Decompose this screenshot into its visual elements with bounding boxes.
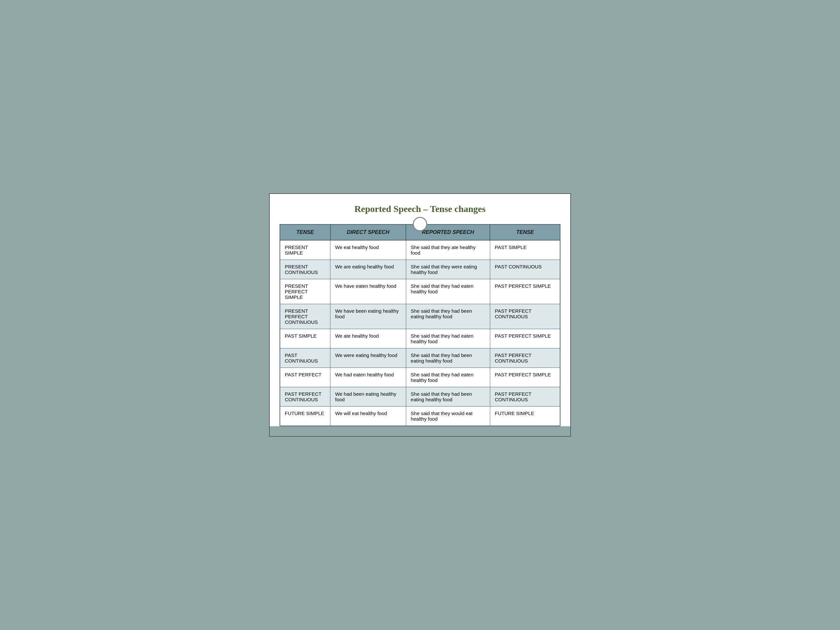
cell-tense2: FUTURE SIMPLE [490, 407, 560, 426]
table-row: PAST SIMPLEWe ate healthy foodShe said t… [280, 329, 560, 349]
cell-tense: PRESENT CONTINUOUS [280, 260, 330, 279]
cell-direct: We have eaten healthy food [330, 279, 406, 304]
table-row: PAST PERFECT CONTINUOUSWe had been eatin… [280, 387, 560, 407]
cell-direct: We were eating healthy food [330, 349, 406, 368]
cell-tense2: PAST PERFECT SIMPLE [490, 279, 560, 304]
cell-tense2: PAST PERFECT SIMPLE [490, 368, 560, 387]
cell-direct: We had been eating healthy food [330, 387, 406, 407]
cell-direct: We had eaten healthy food [330, 368, 406, 387]
cell-reported: She said that they were eating healthy f… [406, 260, 490, 279]
table-row: PAST CONTINUOUSWe were eating healthy fo… [280, 349, 560, 368]
cell-tense: PAST SIMPLE [280, 329, 330, 349]
cell-direct: We ate healthy food [330, 329, 406, 349]
cell-reported: She said that they had eaten healthy foo… [406, 329, 490, 349]
speech-bubble-decoration [413, 217, 427, 231]
cell-reported: She said that they ate healthy food [406, 240, 490, 260]
cell-tense: PAST PERFECT [280, 368, 330, 387]
header-tense: TENSE [280, 224, 330, 240]
slide: Reported Speech – Tense changes TENSE DI… [269, 193, 571, 437]
cell-tense: PAST PERFECT CONTINUOUS [280, 387, 330, 407]
table-row: PRESENT CONTINUOUSWe are eating healthy … [280, 260, 560, 279]
cell-reported: She said that they had eaten healthy foo… [406, 368, 490, 387]
cell-tense2: PAST PERFECT CONTINUOUS [490, 349, 560, 368]
cell-tense2: PAST CONTINUOUS [490, 260, 560, 279]
cell-tense2: PAST PERFECT SIMPLE [490, 329, 560, 349]
table-row: PRESENT SIMPLEWe eat healthy foodShe sai… [280, 240, 560, 260]
cell-reported: She said that they had been eating healt… [406, 304, 490, 329]
cell-tense2: PAST SIMPLE [490, 240, 560, 260]
table-row: PRESENT PERFECT SIMPLEWe have eaten heal… [280, 279, 560, 304]
cell-tense2: PAST PERFECT CONTINUOUS [490, 304, 560, 329]
header-direct: DIRECT SPEECH [330, 224, 406, 240]
cell-reported: She said that they would eat healthy foo… [406, 407, 490, 426]
cell-direct: We have been eating healthy food [330, 304, 406, 329]
cell-tense: FUTURE SIMPLE [280, 407, 330, 426]
tense-table: TENSE DIRECT SPEECH REPORTED SPEECH TENS… [279, 224, 561, 426]
table-wrapper: TENSE DIRECT SPEECH REPORTED SPEECH TENS… [279, 224, 561, 426]
cell-tense: PRESENT PERFECT SIMPLE [280, 279, 330, 304]
cell-reported: She said that they had eaten healthy foo… [406, 279, 490, 304]
cell-tense: PAST CONTINUOUS [280, 349, 330, 368]
table-row: PAST PERFECTWe had eaten healthy foodShe… [280, 368, 560, 387]
table-row: PRESENT PERFECT CONTINUOUSWe have been e… [280, 304, 560, 329]
cell-tense: PRESENT SIMPLE [280, 240, 330, 260]
cell-direct: We will eat healthy food [330, 407, 406, 426]
table-body: PRESENT SIMPLEWe eat healthy foodShe sai… [280, 240, 560, 426]
cell-direct: We are eating healthy food [330, 260, 406, 279]
cell-reported: She said that they had been eating healt… [406, 387, 490, 407]
page-title: Reported Speech – Tense changes [279, 204, 561, 214]
cell-direct: We eat healthy food [330, 240, 406, 260]
cell-tense: PRESENT PERFECT CONTINUOUS [280, 304, 330, 329]
header-tense2: TENSE [490, 224, 560, 240]
cell-tense2: PAST PERFECT CONTINUOUS [490, 387, 560, 407]
table-row: FUTURE SIMPLEWe will eat healthy foodShe… [280, 407, 560, 426]
cell-reported: She said that they had been eating healt… [406, 349, 490, 368]
slide-footer [270, 426, 570, 436]
